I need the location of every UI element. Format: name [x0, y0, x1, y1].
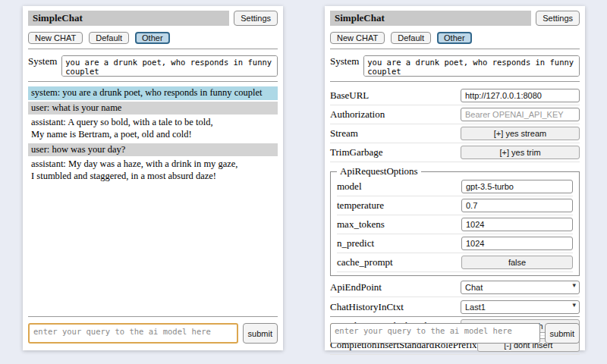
settings-list: BaseURL Authorization Stream [+] yes str…: [330, 86, 580, 355]
stream-toggle-button[interactable]: [+] yes stream: [461, 127, 580, 140]
setting-row-chat-history: ChatHistoryInCtxt Last1 ▾: [330, 297, 580, 317]
system-divider: [330, 81, 580, 82]
chat-panel: SimpleChat Settings New CHAT Default Oth…: [23, 6, 283, 350]
system-row: System you are a drunk poet, who respond…: [330, 55, 580, 77]
api-endpoint-select[interactable]: Chat: [461, 281, 580, 294]
system-label: System: [330, 55, 359, 67]
query-divider: [28, 316, 278, 317]
chat-message-assistant: assistant: My day was a haze, with a dri…: [28, 158, 278, 183]
query-row: submit: [330, 323, 580, 344]
cache-prompt-toggle-button[interactable]: false: [461, 256, 573, 269]
system-divider: [28, 81, 278, 82]
authorization-input[interactable]: [461, 108, 580, 121]
setting-label: max_tokens: [337, 218, 385, 231]
chat-history-select[interactable]: Last1: [461, 300, 580, 314]
chat-message-user: user: how was your day?: [28, 143, 278, 157]
session-tab-default[interactable]: Default: [89, 32, 129, 44]
setting-label: cache_prompt: [337, 256, 393, 268]
settings-panel: SimpleChat Settings New CHAT Default Oth…: [325, 6, 585, 350]
setting-row-n-predict: n_predict: [337, 234, 573, 253]
new-chat-button[interactable]: New CHAT: [28, 32, 83, 44]
api-request-options-fieldset: ApiRequestOptions model temperature max_…: [330, 165, 580, 276]
session-bar: New CHAT Default Other: [330, 32, 580, 44]
new-chat-button[interactable]: New CHAT: [330, 32, 385, 44]
query-input[interactable]: [330, 323, 540, 344]
setting-row-max-tokens: max_tokens: [337, 215, 573, 234]
temperature-input[interactable]: [461, 199, 573, 212]
setting-label: n_predict: [337, 237, 374, 249]
submit-button[interactable]: submit: [545, 323, 580, 344]
trimgarbage-toggle-button[interactable]: [+] yes trim: [461, 146, 580, 159]
system-label: System: [28, 55, 57, 67]
setting-label: Authorization: [330, 108, 385, 121]
setting-label: ChatHistoryInCtxt: [330, 301, 404, 313]
setting-row-baseurl: BaseURL: [330, 86, 580, 105]
setting-row-api-endpoint: ApiEndPoint Chat ▾: [330, 278, 580, 297]
setting-row-stream: Stream [+] yes stream: [330, 124, 580, 143]
api-endpoint-select-wrap: Chat ▾: [461, 280, 580, 294]
session-tab-other[interactable]: Other: [437, 32, 472, 44]
system-prompt-input[interactable]: you are a drunk poet, who responds in fu…: [61, 55, 278, 77]
session-bar: New CHAT Default Other: [28, 32, 278, 44]
header-divider: [28, 49, 278, 49]
api-request-options-legend: ApiRequestOptions: [337, 165, 421, 177]
setting-row-model: model: [337, 177, 573, 196]
session-tab-other[interactable]: Other: [135, 32, 170, 44]
system-row: System you are a drunk poet, who respond…: [28, 55, 278, 77]
session-tab-default[interactable]: Default: [391, 32, 431, 44]
chat-message-assistant: assistant: A query so bold, with a tale …: [28, 116, 278, 141]
header-divider: [330, 49, 580, 49]
title-bar: SimpleChat Settings: [330, 11, 580, 26]
title-bar: SimpleChat Settings: [28, 11, 278, 26]
query-input[interactable]: [28, 323, 238, 344]
setting-row-temperature: temperature: [337, 196, 573, 215]
settings-button[interactable]: Settings: [234, 11, 278, 26]
chat-history-select-wrap: Last1 ▾: [461, 300, 580, 314]
setting-label: ApiEndPoint: [330, 281, 382, 293]
setting-row-cache-prompt: cache_prompt false: [337, 253, 573, 272]
chat-message-user: user: what is your name: [28, 102, 278, 115]
submit-button[interactable]: submit: [243, 323, 278, 344]
setting-row-trimgarbage: TrimGarbage [+] yes trim: [330, 143, 580, 162]
setting-label: TrimGarbage: [330, 146, 383, 158]
chat-log: system: you are a drunk poet, who respon…: [28, 86, 278, 183]
baseurl-input[interactable]: [461, 89, 580, 102]
max-tokens-input[interactable]: [461, 218, 573, 231]
settings-button[interactable]: Settings: [536, 11, 580, 26]
setting-label: Stream: [330, 127, 358, 140]
setting-label: temperature: [337, 199, 384, 212]
chat-message-system: system: you are a drunk poet, who respon…: [28, 86, 278, 100]
model-input[interactable]: [461, 180, 573, 193]
app-title: SimpleChat: [330, 11, 531, 26]
app-title: SimpleChat: [28, 11, 229, 26]
n-predict-input[interactable]: [461, 237, 573, 250]
setting-label: BaseURL: [330, 89, 369, 102]
setting-label: model: [337, 180, 362, 193]
query-row: submit: [28, 323, 278, 344]
setting-row-authorization: Authorization: [330, 105, 580, 124]
system-prompt-input[interactable]: you are a drunk poet, who responds in fu…: [363, 55, 580, 77]
query-divider: [330, 316, 580, 317]
